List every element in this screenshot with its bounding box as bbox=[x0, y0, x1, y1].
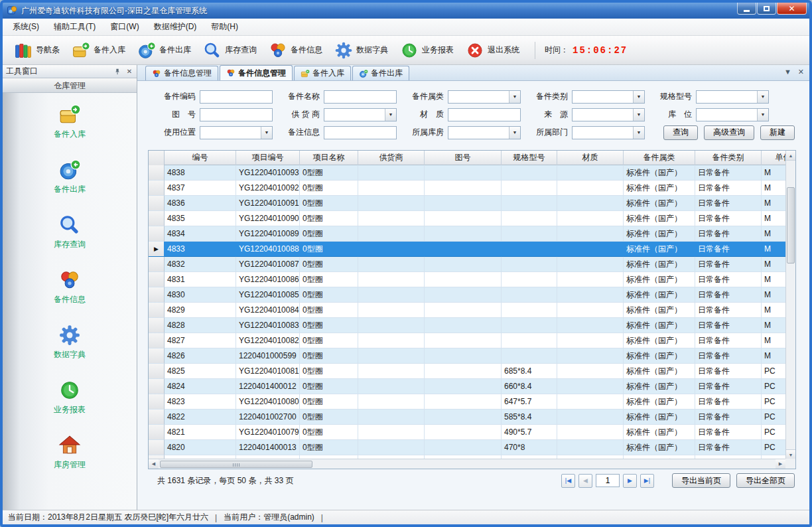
menu-aux-tools[interactable]: 辅助工具(T) bbox=[46, 19, 103, 35]
source-field[interactable]: ▼ bbox=[572, 108, 645, 121]
sidebar-item-warehouse[interactable]: 库房管理 bbox=[54, 434, 86, 471]
tab-2[interactable]: 备件入库 bbox=[294, 66, 351, 80]
sidebar-item-data-dict[interactable]: 数据字典 bbox=[54, 324, 86, 360]
chevron-down-icon[interactable]: ▼ bbox=[757, 109, 768, 121]
warehouse-field[interactable]: ▼ bbox=[448, 126, 521, 139]
export-all-pages-button[interactable]: 导出全部页 bbox=[736, 473, 795, 488]
exit-button[interactable]: 退出系统 bbox=[460, 38, 525, 62]
sidebar-item-parts-out[interactable]: 备件出库 bbox=[54, 159, 86, 195]
parts-out-button[interactable]: 备件出库 bbox=[131, 38, 197, 62]
export-current-page-button[interactable]: 导出当前页 bbox=[672, 473, 730, 488]
scrollbar-left-icon[interactable]: ◀ bbox=[149, 459, 159, 469]
advanced-query-button[interactable]: 高级查询 bbox=[704, 125, 754, 140]
sidebar-item-report[interactable]: 业务报表 bbox=[54, 379, 86, 415]
maximize-button[interactable] bbox=[757, 3, 776, 15]
last-page-button[interactable]: ▶| bbox=[640, 474, 654, 488]
table-row[interactable]: 4821YG122040100790型圈490*5.7标准件（国产）日常备件PC bbox=[149, 425, 785, 440]
table-row[interactable]: 482212204010027000型圈585*8.4标准件（国产）日常备件PC bbox=[149, 410, 785, 425]
column-header[interactable]: 单位 bbox=[762, 151, 785, 165]
department-field[interactable]: ▼ bbox=[572, 126, 645, 139]
close-button[interactable]: ✕ bbox=[777, 3, 807, 15]
scrollbar-up-icon[interactable]: ▲ bbox=[786, 151, 795, 161]
vertical-scrollbar[interactable]: ▲ ▼ bbox=[785, 151, 795, 459]
table-row[interactable]: 4827YG122040100820型圈标准件（国产）日常备件M bbox=[149, 333, 785, 348]
tab-1[interactable]: 备件信息管理 bbox=[220, 65, 293, 80]
prev-page-button[interactable]: ◀ bbox=[578, 474, 592, 488]
stock-query-button[interactable]: 库存查询 bbox=[197, 38, 263, 62]
data-dict-button[interactable]: 数据字典 bbox=[328, 38, 394, 62]
chevron-down-icon[interactable]: ▼ bbox=[633, 91, 644, 103]
column-header[interactable]: 供货商 bbox=[358, 151, 425, 165]
parts-info-button[interactable]: 备件信息 bbox=[263, 38, 328, 62]
part-name-field[interactable] bbox=[324, 90, 397, 104]
menu-window[interactable]: 窗口(W) bbox=[103, 19, 146, 35]
chevron-down-icon[interactable]: ▼ bbox=[385, 109, 396, 121]
minimize-button[interactable] bbox=[737, 3, 756, 15]
menu-data-maintenance[interactable]: 数据维护(D) bbox=[147, 19, 204, 35]
part-category-field[interactable]: ▼ bbox=[448, 90, 521, 104]
scrollbar-down-icon[interactable]: ▼ bbox=[786, 449, 795, 459]
column-header[interactable]: 材质 bbox=[557, 151, 624, 165]
parts-in-button[interactable]: 备件入库 bbox=[66, 38, 131, 62]
column-header[interactable]: 规格型号 bbox=[502, 151, 557, 165]
column-header[interactable]: 备件属类 bbox=[624, 151, 695, 165]
sidebar-close-icon[interactable]: ✕ bbox=[125, 68, 133, 76]
query-button[interactable]: 查询 bbox=[663, 125, 698, 140]
table-row[interactable]: 4823YG122040100800型圈647*5.7标准件（国产）日常备件PC bbox=[149, 394, 785, 410]
supplier-field[interactable]: ▼ bbox=[324, 108, 397, 121]
table-row[interactable]: 4837YG122040100920型圈标准件（国产）日常备件M bbox=[149, 181, 785, 196]
horizontal-scrollbar[interactable]: ◀ ▶ bbox=[149, 459, 785, 469]
table-row[interactable]: 4835YG122040100900型圈标准件（国产）日常备件M bbox=[149, 211, 785, 226]
usage-position-field[interactable]: ▼ bbox=[200, 126, 273, 139]
column-header[interactable]: 项目编号 bbox=[236, 151, 300, 165]
tab-list-dropdown-icon[interactable]: ▼ bbox=[784, 68, 791, 76]
table-row[interactable]: 4825YG122040100810型圈685*8.4标准件（国产）日常备件PC bbox=[149, 364, 785, 379]
next-page-button[interactable]: ▶ bbox=[623, 474, 637, 488]
sidebar-item-parts-info[interactable]: 备件信息 bbox=[54, 269, 86, 305]
menu-system[interactable]: 系统(S) bbox=[5, 19, 46, 35]
chevron-down-icon[interactable]: ▼ bbox=[633, 127, 644, 139]
table-row[interactable]: 4838YG122040100930型圈标准件（国产）日常备件M bbox=[149, 165, 785, 181]
chevron-down-icon[interactable]: ▼ bbox=[633, 109, 644, 121]
chevron-down-icon[interactable]: ▼ bbox=[509, 91, 520, 103]
vertical-scroll-thumb[interactable] bbox=[787, 187, 795, 264]
navbar-button[interactable]: 导航条 bbox=[8, 38, 66, 62]
part-class-field[interactable]: ▼ bbox=[572, 90, 645, 104]
table-row[interactable]: 4830YG122040100850型圈标准件（国产）日常备件M bbox=[149, 287, 785, 303]
table-row[interactable]: ▶4833YG122040100880型圈标准件（国产）日常备件M bbox=[149, 242, 785, 257]
drawing-no-field[interactable] bbox=[200, 108, 273, 121]
table-row[interactable]: 482412204014000120型圈660*8.4标准件（国产）日常备件PC bbox=[149, 379, 785, 394]
horizontal-scroll-thumb[interactable] bbox=[160, 461, 312, 468]
tab-3[interactable]: 备件出库 bbox=[352, 66, 409, 80]
column-header[interactable]: 备件类别 bbox=[695, 151, 762, 165]
sidebar-item-parts-in[interactable]: 备件入库 bbox=[54, 104, 86, 140]
column-header[interactable]: 项目名称 bbox=[300, 151, 358, 165]
chevron-down-icon[interactable]: ▼ bbox=[509, 127, 520, 139]
part-code-field[interactable] bbox=[200, 90, 273, 104]
page-number-input[interactable] bbox=[596, 474, 620, 487]
first-page-button[interactable]: |◀ bbox=[561, 474, 575, 488]
table-row[interactable]: 4832YG122040100870型圈标准件（国产）日常备件M bbox=[149, 257, 785, 272]
new-button[interactable]: 新建 bbox=[760, 125, 795, 140]
spec-model-field[interactable]: ▼ bbox=[696, 90, 769, 104]
tab-0[interactable]: 备件信息管理 bbox=[145, 66, 218, 80]
table-row[interactable]: 482012204014000130型圈470*8标准件（国产）日常备件PC bbox=[149, 440, 785, 455]
scrollbar-right-icon[interactable]: ▶ bbox=[776, 459, 785, 469]
table-row[interactable]: 4828YG122040100830型圈标准件（国产）日常备件M bbox=[149, 318, 785, 333]
menu-help[interactable]: 帮助(H) bbox=[204, 19, 245, 35]
column-header[interactable]: 编号 bbox=[165, 151, 236, 165]
table-row[interactable]: 4831YG122040100860型圈标准件（国产）日常备件M bbox=[149, 272, 785, 287]
remark-field[interactable] bbox=[324, 126, 397, 139]
report-button[interactable]: 业务报表 bbox=[394, 38, 460, 62]
chevron-down-icon[interactable]: ▼ bbox=[261, 127, 272, 139]
tab-close-icon[interactable]: ✕ bbox=[798, 68, 804, 76]
pin-icon[interactable] bbox=[113, 68, 121, 76]
sidebar-item-stock-query[interactable]: 库存查询 bbox=[54, 214, 86, 250]
column-header[interactable]: 图号 bbox=[425, 151, 502, 165]
material-field[interactable] bbox=[448, 108, 521, 121]
table-row[interactable]: 4834YG122040100890型圈标准件（国产）日常备件M bbox=[149, 226, 785, 242]
table-row[interactable]: 482612204010005990型圈标准件（国产）日常备件M bbox=[149, 348, 785, 364]
table-row[interactable]: 4836YG122040100910型圈标准件（国产）日常备件M bbox=[149, 196, 785, 211]
chevron-down-icon[interactable]: ▼ bbox=[757, 91, 768, 103]
table-row[interactable]: 4829YG122040100840型圈标准件（国产）日常备件M bbox=[149, 303, 785, 318]
